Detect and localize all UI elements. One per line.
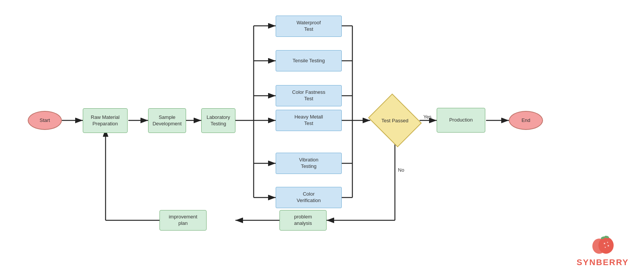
yes-label: Yes	[423, 114, 431, 120]
svg-point-32	[605, 247, 606, 248]
svg-point-30	[607, 242, 608, 243]
color-fastness-node: Color Fastness Test	[276, 85, 342, 106]
no-label: No	[398, 167, 404, 173]
heavy-metal-node: Heavy Metall Test	[276, 110, 342, 131]
svg-point-28	[598, 237, 614, 254]
svg-point-29	[604, 243, 605, 244]
tensile-node: Tensile Testing	[276, 50, 342, 71]
lab-testing-node: Laboratory Testing	[201, 108, 235, 133]
brand-name: SYNBERRY	[577, 258, 629, 267]
problem-analysis-node: problem analysis	[279, 210, 327, 231]
start-node: Start	[28, 111, 62, 130]
waterproof-node: Waterproof Test	[276, 16, 342, 37]
sample-dev-node: Sample Development	[148, 108, 186, 133]
synberry-icon	[589, 235, 616, 256]
end-node: End	[509, 111, 543, 130]
vibration-node: Vibration Testing	[276, 153, 342, 174]
test-passed-node: Test Passed	[370, 101, 420, 139]
improvement-plan-node: improvement plan	[159, 210, 207, 231]
production-node: Production	[437, 108, 485, 133]
raw-material-node: Raw Material Preparation	[83, 108, 128, 133]
svg-point-31	[608, 245, 609, 247]
color-verif-node: Color Verification	[276, 187, 342, 208]
synberry-logo: SYNBERRY	[577, 235, 629, 267]
